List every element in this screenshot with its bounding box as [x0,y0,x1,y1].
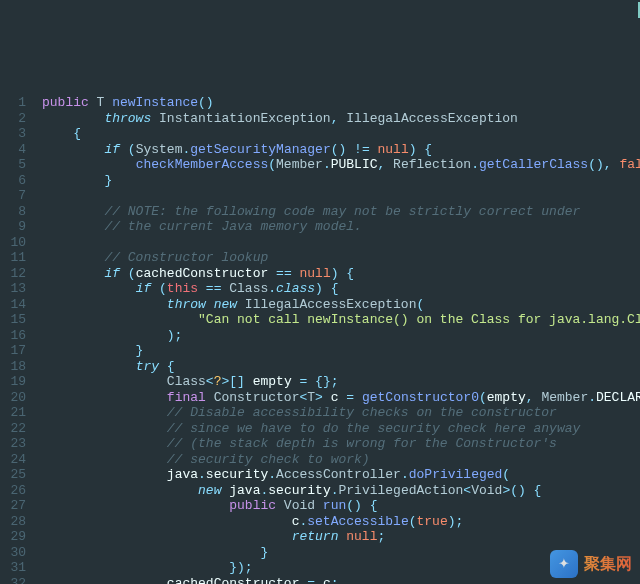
token-type: System [136,142,183,157]
code-line[interactable]: if (System.getSecurityManager() != null)… [42,142,640,158]
code-line[interactable]: ); [42,328,640,344]
token-white [42,359,136,374]
code-line[interactable]: if (cachedConstructor == null) { [42,266,640,282]
code-line[interactable]: // Constructor lookup [42,250,640,266]
token-type: Member [276,157,323,172]
code-line[interactable]: new java.security.PrivilegedAction<Void>… [42,483,640,499]
code-line[interactable] [42,188,640,204]
token-punc: } [42,173,112,188]
token-comm: // since we have to do the security chec… [42,421,580,436]
token-kw2: throws [42,111,159,126]
line-number: 20 [0,390,26,406]
code-content[interactable]: public T newInstance() throws Instantiat… [36,95,640,584]
code-line[interactable]: } [42,343,640,359]
token-fn: getConstructor0 [362,390,479,405]
token-kw2: class [276,281,315,296]
token-punc: = {}; [300,374,339,389]
token-kw2: if [104,142,127,157]
token-fn: doPrivileged [409,467,503,482]
token-comm: // Constructor lookup [42,250,268,265]
token-punc: () { [346,498,377,513]
code-line[interactable]: final Constructor<T> c = getConstructor0… [42,390,640,406]
token-comm: // NOTE: the following code may not be s… [42,204,580,219]
token-kw2: if [104,266,127,281]
token-comm: // Disable accessibility checks on the c… [42,405,557,420]
token-punc: . [401,467,409,482]
token-punc: ); [42,328,182,343]
token-fn: run [323,498,346,513]
code-line[interactable]: java.security.AccessController.doPrivile… [42,467,640,483]
code-line[interactable] [42,235,640,251]
token-white: security [206,467,268,482]
token-white [42,281,136,296]
line-number: 26 [0,483,26,499]
line-number: 28 [0,514,26,530]
token-white: empty [253,374,300,389]
code-line[interactable]: // (the stack depth is wrong for the Con… [42,436,640,452]
token-punc: . [588,390,596,405]
token-purple: public [42,95,97,110]
line-number: 24 [0,452,26,468]
line-number-gutter: 1234567891011121314151617181920212223242… [0,95,36,584]
token-white: java [229,483,260,498]
token-white: c [331,390,347,405]
code-line[interactable]: // the current Java memory model. [42,219,640,235]
token-white: java [167,467,198,482]
line-number: 16 [0,328,26,344]
token-white: c [323,576,331,585]
code-line[interactable]: // Disable accessibility checks on the c… [42,405,640,421]
token-null: true [417,514,448,529]
code-line[interactable]: if (this == Class.class) { [42,281,640,297]
token-fn: setAccessible [307,514,408,529]
token-white [42,374,167,389]
line-number: 1 [0,95,26,111]
line-number: 31 [0,560,26,576]
code-line[interactable]: c.setAccessible(true); [42,514,640,530]
code-line[interactable]: { [42,126,640,142]
code-line[interactable]: checkMemberAccess(Member.PUBLIC, Reflect… [42,157,640,173]
token-punc: == [206,281,229,296]
code-line[interactable]: return null; [42,529,640,545]
code-line[interactable]: public T newInstance() [42,95,640,111]
line-number: 7 [0,188,26,204]
token-purple: public [229,498,284,513]
line-number: 2 [0,111,26,127]
code-line[interactable]: // NOTE: the following code may not be s… [42,204,640,220]
line-number: 25 [0,467,26,483]
token-punc: }); [42,560,253,575]
token-punc: ( [502,467,510,482]
line-number: 21 [0,405,26,421]
token-punc: ); [448,514,464,529]
code-line[interactable]: try { [42,359,640,375]
code-editor[interactable]: 1234567891011121314151617181920212223242… [0,93,640,584]
line-number: 29 [0,529,26,545]
token-white [42,467,167,482]
code-line[interactable]: // since we have to do the security chec… [42,421,640,437]
token-kw2: return [292,529,347,544]
token-white [42,142,104,157]
code-line[interactable]: Class<?>[] empty = {}; [42,374,640,390]
token-white: cachedConstructor [136,266,276,281]
token-punc: , [378,157,394,172]
token-white: cachedConstructor [167,576,307,585]
code-line[interactable]: throw new IllegalAccessException( [42,297,640,313]
code-line[interactable]: public Void run() { [42,498,640,514]
token-type: Member [541,390,588,405]
token-kw2: if [136,281,159,296]
line-number: 3 [0,126,26,142]
token-punc: () [331,142,354,157]
token-punc: ( [128,142,136,157]
token-type: Reflection [393,157,471,172]
code-line[interactable]: "Can not call newInstance() on the Class… [42,312,640,328]
watermark: ✦ 聚集网 [550,550,632,578]
token-punc: != [354,142,377,157]
token-white: DECLARED [596,390,640,405]
token-punc: >() { [502,483,541,498]
token-punc: (), [588,157,619,172]
token-punc: = [346,390,362,405]
line-number: 32 [0,576,26,585]
code-line[interactable]: // security check to work) [42,452,640,468]
code-line[interactable]: } [42,173,640,189]
line-number: 17 [0,343,26,359]
code-line[interactable]: throws InstantiationException, IllegalAc… [42,111,640,127]
